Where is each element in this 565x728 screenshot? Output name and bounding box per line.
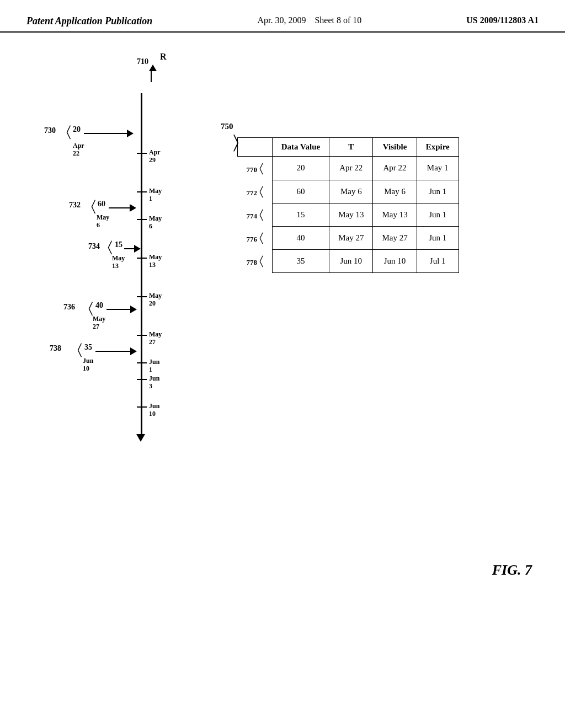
- timeline-axis: [141, 93, 142, 435]
- timeline-diagram: 710 R Apr29 May1 May6 May13 May20 May27 …: [33, 93, 232, 479]
- arrow-shaft-730: [84, 133, 128, 134]
- row-ref-778: 778 〈: [238, 249, 273, 272]
- arrow-shaft-736: [106, 309, 131, 310]
- col-header-visible: Visible: [373, 138, 417, 157]
- brace-730: 〈: [66, 124, 71, 140]
- date-732: May6: [97, 213, 109, 229]
- row-ref-770: 770 〈: [238, 157, 273, 180]
- cell-772-visible: May 6: [373, 180, 417, 203]
- cell-778-t: Jun 10: [329, 249, 373, 272]
- tick-may27: [137, 335, 147, 336]
- table-row-774: 774 〈 15 May 13 May 13 Jun 1: [238, 203, 459, 226]
- col-header-data-value: Data Value: [272, 138, 329, 157]
- table-area: 750 〈 Data Value T Visible Expire 770 〈: [237, 137, 459, 273]
- brace-734: 〈: [108, 239, 113, 255]
- row-ref-772: 772 〈: [238, 180, 273, 203]
- brace-738: 〈: [77, 341, 82, 358]
- value-738: 35: [84, 343, 92, 352]
- cell-774-visible: May 13: [373, 203, 417, 226]
- r-arrow-head: [149, 65, 157, 71]
- cell-776-t: May 27: [329, 226, 373, 249]
- tick-may13: [137, 258, 147, 259]
- date-738: Jun10: [83, 357, 93, 373]
- date-734: May13: [112, 254, 125, 270]
- value-736: 40: [95, 301, 103, 310]
- tick-label-may6: May6: [149, 215, 162, 231]
- tick-jun1: [137, 362, 147, 363]
- tick-label-apr29: Apr29: [149, 148, 161, 164]
- cell-772-data-value: 60: [272, 180, 329, 203]
- table-row-770: 770 〈 20 Apr 22 Apr 22 May 1: [238, 157, 459, 180]
- arrow-head-736: [130, 306, 137, 313]
- cell-770-data-value: 20: [272, 157, 329, 180]
- cell-774-expire: Jun 1: [417, 203, 459, 226]
- main-content: 710 R Apr29 May1 May6 May13 May20 May27 …: [0, 49, 565, 728]
- col-header-expire: Expire: [417, 138, 459, 157]
- ref-730: 730: [44, 126, 56, 135]
- ref-732: 732: [69, 201, 81, 210]
- publication-title: Patent Application Publication: [26, 15, 152, 27]
- cell-776-expire: Jun 1: [417, 226, 459, 249]
- ref-736: 736: [63, 303, 75, 312]
- value-730: 20: [73, 125, 81, 134]
- value-732: 60: [98, 200, 105, 208]
- tick-label-jun1: Jun1: [149, 358, 159, 374]
- tick-label-may20: May20: [149, 292, 162, 308]
- patent-number: US 2009/112803 A1: [466, 15, 539, 25]
- arrow-head-738: [130, 347, 137, 355]
- tick-jun3: [137, 379, 147, 380]
- arrow-head-732: [130, 204, 136, 212]
- cell-778-visible: Jun 10: [373, 249, 417, 272]
- table-row-778: 778 〈 35 Jun 10 Jun 10 Jul 1: [238, 249, 459, 272]
- tick-label-may27: May27: [149, 330, 162, 346]
- value-734: 15: [115, 240, 122, 249]
- brace-732: 〈: [91, 198, 96, 215]
- arrow-shaft-738: [95, 351, 131, 352]
- cell-776-visible: May 27: [373, 226, 417, 249]
- tick-may20: [137, 296, 147, 297]
- data-table: Data Value T Visible Expire 770 〈 20 Apr…: [237, 137, 459, 273]
- ref-750: 750: [221, 122, 233, 131]
- row-ref-776: 776 〈: [238, 226, 273, 249]
- tick-apr29: [137, 153, 147, 154]
- tick-jun10: [137, 406, 147, 408]
- tick-may1: [137, 191, 147, 192]
- date-info: Apr. 30, 2009: [257, 15, 306, 25]
- table-row-776: 776 〈 40 May 27 May 27 Jun 1: [238, 226, 459, 249]
- r-arrow-shaft: [151, 71, 152, 82]
- date-730: Apr22: [73, 142, 84, 158]
- cell-776-data-value: 40: [272, 226, 329, 249]
- ref-734: 734: [88, 242, 100, 251]
- ref-738: 738: [50, 344, 61, 353]
- arrow-head-730: [127, 130, 134, 137]
- sheet-number: Sheet 8 of 10: [315, 15, 361, 25]
- cell-778-data-value: 35: [272, 249, 329, 272]
- cell-772-expire: Jun 1: [417, 180, 459, 203]
- tick-may6: [137, 219, 147, 220]
- cell-772-t: May 6: [329, 180, 373, 203]
- timeline-axis-arrow: [136, 434, 145, 442]
- table-row-772: 772 〈 60 May 6 May 6 Jun 1: [238, 180, 459, 203]
- brace-750: 〈: [233, 132, 239, 152]
- cell-778-expire: Jul 1: [417, 249, 459, 272]
- tick-label-may13: May13: [149, 253, 162, 269]
- tick-label-may1: May1: [149, 187, 162, 203]
- cell-770-visible: Apr 22: [373, 157, 417, 180]
- page-header: Patent Application Publication Apr. 30, …: [0, 0, 565, 33]
- tick-label-jun10: Jun10: [149, 402, 159, 418]
- cell-774-t: May 13: [329, 203, 373, 226]
- cell-770-t: Apr 22: [329, 157, 373, 180]
- arrow-shaft-734: [124, 248, 135, 249]
- col-header-t: T: [329, 138, 373, 157]
- date-736: May27: [93, 315, 105, 331]
- arrow-head-734: [134, 245, 141, 253]
- ref-710: 710: [137, 57, 148, 66]
- row-ref-774: 774 〈: [238, 203, 273, 226]
- r-label: R: [160, 52, 167, 62]
- col-header-row-ref: [238, 138, 273, 157]
- cell-774-data-value: 15: [272, 203, 329, 226]
- fig-label: FIG. 7: [492, 562, 532, 579]
- brace-736: 〈: [88, 300, 93, 317]
- tick-label-jun3: Jun3: [149, 374, 159, 390]
- cell-770-expire: May 1: [417, 157, 459, 180]
